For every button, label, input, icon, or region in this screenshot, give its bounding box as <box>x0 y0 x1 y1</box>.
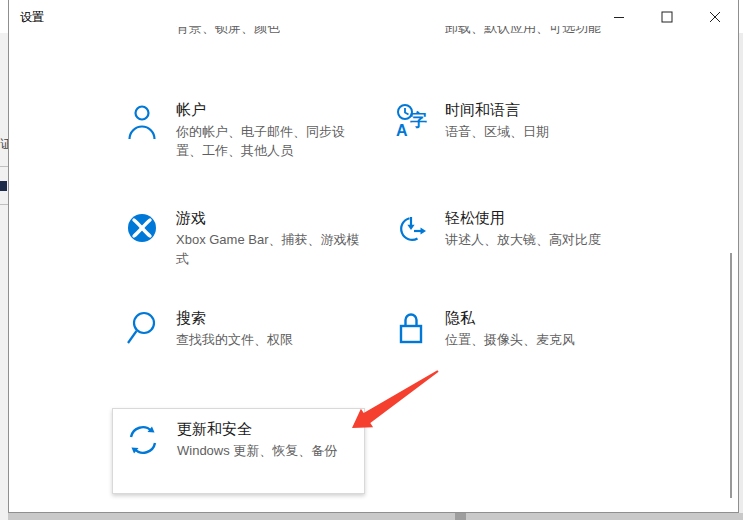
maximize-icon <box>661 11 673 23</box>
background-text-fragment: 证 <box>0 136 8 152</box>
divider <box>0 204 8 205</box>
background-app-sliver <box>0 0 8 33</box>
tile-title: 游戏 <box>176 208 362 228</box>
sync-icon <box>127 421 159 459</box>
background-app-sliver <box>739 0 743 33</box>
tile-subtitle: Xbox Game Bar、捕获、游戏模式 <box>176 230 362 268</box>
tile-subtitle: 查找我的文件、权限 <box>176 330 362 349</box>
settings-tile-time-language[interactable]: 字 A 时间和语言 语音、区域、日期 <box>395 100 631 141</box>
tile-subtitle: 你的帐户、电子邮件、同步设置、工作、其他人员 <box>176 122 362 160</box>
minimize-icon <box>613 11 625 23</box>
settings-tile-accounts[interactable]: 帐户 你的帐户、电子邮件、同步设置、工作、其他人员 <box>126 100 362 160</box>
settings-tile-search[interactable]: 搜索 查找我的文件、权限 <box>126 308 362 349</box>
close-button[interactable] <box>692 0 738 33</box>
clipped-subtitle-personalization: 背景、锁屏、颜色 <box>176 26 280 34</box>
background-app-sliver <box>0 33 8 520</box>
background-app-sliver <box>8 513 743 520</box>
ease-of-access-icon <box>395 210 427 248</box>
scrollbar[interactable] <box>730 253 732 498</box>
svg-text:A: A <box>396 122 408 139</box>
settings-tile-ease-of-access[interactable]: 轻松使用 讲述人、放大镜、高对比度 <box>395 208 631 249</box>
tile-title: 隐私 <box>445 308 631 328</box>
svg-text:字: 字 <box>410 110 427 130</box>
settings-tile-update-security[interactable]: 更新和安全 Windows 更新、恢复、备份 <box>112 408 365 494</box>
tile-title: 帐户 <box>176 100 362 120</box>
tile-subtitle: 讲述人、放大镜、高对比度 <box>445 230 631 249</box>
settings-tile-gaming[interactable]: 游戏 Xbox Game Bar、捕获、游戏模式 <box>126 208 362 268</box>
tile-title: 轻松使用 <box>445 208 631 228</box>
window-title: 设置 <box>20 9 44 26</box>
xbox-icon <box>126 210 158 248</box>
person-icon <box>126 102 158 140</box>
close-icon <box>709 11 721 23</box>
background-app-sliver <box>455 513 466 520</box>
tile-subtitle: 位置、摄像头、麦克风 <box>445 330 631 349</box>
tile-subtitle: 语音、区域、日期 <box>445 122 631 141</box>
background-toolbar-fragment <box>0 181 7 191</box>
maximize-button[interactable] <box>644 0 690 33</box>
divider <box>0 166 8 167</box>
tile-title: 更新和安全 <box>177 419 363 439</box>
screen: 证 设置 背景、锁屏、颜色 卸载、默认应用、可选功能 <box>0 0 743 520</box>
minimize-button[interactable] <box>596 0 642 33</box>
clock-language-icon: 字 A <box>395 102 427 140</box>
background-app-sliver <box>739 33 743 520</box>
settings-tile-privacy[interactable]: 隐私 位置、摄像头、麦克风 <box>395 308 631 349</box>
clipped-subtitle-apps: 卸载、默认应用、可选功能 <box>445 26 601 34</box>
tile-subtitle: Windows 更新、恢复、备份 <box>177 441 363 460</box>
tile-title: 时间和语言 <box>445 100 631 120</box>
lock-icon <box>395 310 427 348</box>
tile-title: 搜索 <box>176 308 362 328</box>
search-icon <box>126 310 158 348</box>
